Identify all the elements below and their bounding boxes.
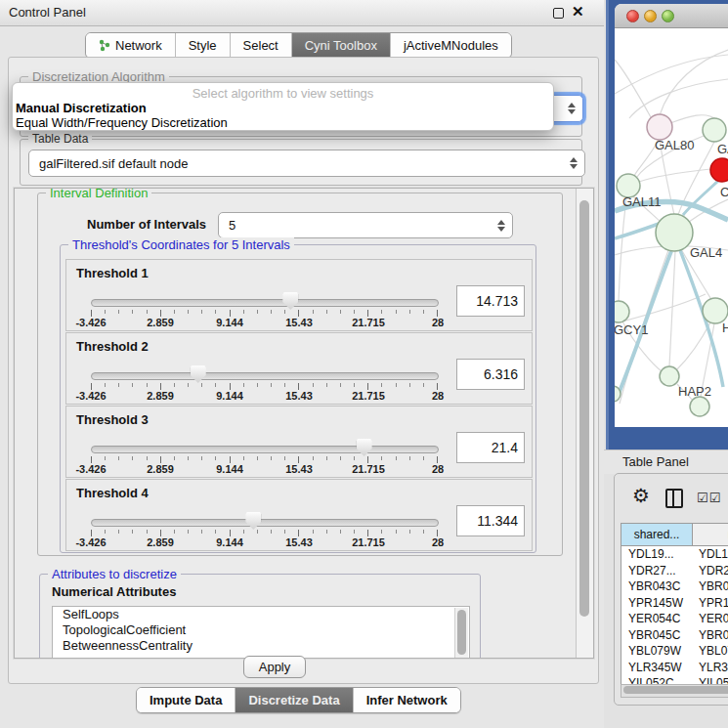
close-traffic-light-icon[interactable] <box>626 10 639 22</box>
network-node-label: GA <box>717 142 728 156</box>
threshold-2-slider-thumb[interactable] <box>191 365 206 383</box>
network-graph[interactable]: GAL80GAGAL11CGAL4GCY1HHAP2 <box>615 28 728 427</box>
panel-title: Control Panel <box>9 5 86 20</box>
column-header-name[interactable]: na <box>693 524 728 545</box>
network-node-label: H <box>722 321 728 335</box>
table-body: YDL19...YDL19YDR27...YDR27YBR043CYBR04YP… <box>621 546 728 685</box>
slider-major-ticks <box>91 383 439 390</box>
tab-style[interactable]: Style <box>176 33 231 58</box>
table-row[interactable]: YPR145WYPR14 <box>621 595 728 612</box>
threshold-2-box: Threshold 2 -3.4262.8599.14415.4321.7152… <box>65 332 533 405</box>
threshold-2-slider-track[interactable] <box>91 372 439 380</box>
threshold-1-slider-track[interactable] <box>91 299 439 307</box>
network-node[interactable] <box>660 366 679 386</box>
scale-tick-label: 2.859 <box>147 317 174 328</box>
tab-cyni-toolbox[interactable]: Cyni Toolbox <box>292 33 391 58</box>
network-nodes-layer: GAL80GAGAL11CGAL4GCY1HHAP2 <box>615 114 728 416</box>
zoom-traffic-light-icon[interactable] <box>662 10 674 22</box>
network-icon <box>99 39 110 52</box>
scale-tick-label: 2.859 <box>147 536 174 548</box>
network-node-label: C <box>720 185 728 199</box>
scale-tick-label: 9.144 <box>216 390 243 402</box>
tab-label: Select <box>243 33 278 58</box>
threshold-2-value-field[interactable]: 6.316 <box>456 359 525 390</box>
table-panel-titlebar: Table Panel <box>604 450 728 474</box>
tab-label: Cyni Toolbox <box>305 33 377 58</box>
tab-select[interactable]: Select <box>231 33 292 58</box>
threshold-1-value-field[interactable]: 14.713 <box>456 285 525 317</box>
attribute-list-scrollbar[interactable] <box>454 608 468 659</box>
network-node[interactable] <box>656 214 693 251</box>
attribute-item[interactable]: TopologicalCoefficient <box>53 622 469 638</box>
control-panel: Control Panel ✕ Network Style Select Cyn… <box>0 0 604 728</box>
minimize-traffic-light-icon[interactable] <box>644 10 657 22</box>
tab-impute-data[interactable]: Impute Data <box>137 688 236 712</box>
network-node[interactable] <box>615 301 629 322</box>
checkboxes-icon[interactable]: ☑☑ <box>697 491 721 505</box>
table-data-group-label: Table Data <box>28 132 92 146</box>
threshold-4-slider-track[interactable] <box>91 519 439 527</box>
threshold-3-value-field[interactable]: 21.4 <box>456 432 525 463</box>
attribute-item[interactable]: SelfLoops <box>53 607 469 622</box>
table-row[interactable]: YER054CYER05 <box>621 611 728 627</box>
threshold-1-slider-thumb[interactable] <box>282 292 298 310</box>
threshold-4-slider-thumb[interactable] <box>245 512 261 530</box>
table-row[interactable]: YBR045CYBR04 <box>621 627 728 644</box>
network-window-titlebar[interactable] <box>615 4 728 28</box>
scale-tick-label: -3.426 <box>75 317 106 328</box>
table-cell: YBR04 <box>693 579 728 593</box>
scale-tick-label: 15.43 <box>285 390 313 402</box>
network-thick-edges <box>615 181 728 394</box>
float-window-icon[interactable] <box>553 8 564 19</box>
apply-button[interactable]: Apply <box>243 656 306 678</box>
network-node[interactable] <box>647 114 672 140</box>
tab-discretize-data[interactable]: Discretize Data <box>236 688 353 712</box>
threshold-label: Threshold 1 <box>76 266 149 280</box>
threshold-3-slider-thumb[interactable] <box>357 439 372 456</box>
table-row[interactable]: YDL19...YDL19 <box>621 546 728 563</box>
combo-stepper-icon <box>568 103 576 114</box>
scale-tick-label: 21.715 <box>352 317 385 328</box>
scale-tick-label: 28 <box>432 463 444 475</box>
attribute-item[interactable]: BetweennessCentrality <box>53 638 469 654</box>
scrollbar-thumb[interactable] <box>623 686 728 694</box>
tab-jactivemnodules[interactable]: jActiveMNodules <box>391 33 511 58</box>
column-header-shared-name[interactable]: shared... <box>621 524 693 545</box>
gear-icon[interactable]: ⚙ <box>632 486 650 505</box>
settings-scrollbar[interactable] <box>576 189 593 658</box>
threshold-4-value-field[interactable]: 11.344 <box>456 505 525 536</box>
tab-infer-network[interactable]: Infer Network <box>354 688 460 712</box>
network-canvas[interactable]: GAL80GAGAL11CGAL4GCY1HHAP2 <box>615 28 728 427</box>
control-panel-titlebar: Control Panel ✕ <box>0 0 604 26</box>
scale-tick-label: 21.715 <box>352 536 385 548</box>
table-row[interactable]: YBR043CYBR04 <box>621 578 728 595</box>
threshold-label: Threshold 2 <box>76 339 149 354</box>
network-node[interactable] <box>690 397 709 416</box>
scale-tick-label: -3.426 <box>75 390 106 402</box>
table-row[interactable]: YLR345WYLR34 <box>621 660 728 676</box>
network-node[interactable] <box>703 118 726 142</box>
table-row[interactable]: YDR27...YDR27 <box>621 563 728 579</box>
tab-network[interactable]: Network <box>86 33 176 58</box>
scale-tick-label: 2.859 <box>147 390 174 402</box>
slider-major-ticks <box>91 456 439 463</box>
close-icon[interactable]: ✕ <box>572 3 584 21</box>
network-node-label: GCY1 <box>615 322 648 337</box>
scrollbar-thumb[interactable] <box>457 610 466 655</box>
table-cell: YER05 <box>693 612 728 625</box>
network-node[interactable] <box>710 158 728 182</box>
scale-tick-label: 9.144 <box>216 463 243 475</box>
threshold-3-slider-track[interactable] <box>91 446 439 453</box>
numerical-attributes-list[interactable]: SelfLoops TopologicalCoefficient Between… <box>52 606 470 659</box>
table-cell: YER054C <box>621 612 693 625</box>
table-row[interactable]: YBL079WYBL07 <box>621 643 728 660</box>
columns-icon[interactable] <box>665 489 683 508</box>
threshold-4-box: Threshold 4 -3.4262.8599.14415.4321.7152… <box>65 479 533 551</box>
algorithm-dropdown-popup: Select algorithm to view settings Manual… <box>12 82 554 131</box>
dropdown-option-equal-width-frequency[interactable]: Equal Width/Frequency Discretization <box>16 115 549 130</box>
number-of-intervals-combobox[interactable]: 5 <box>218 212 513 238</box>
table-data-combobox[interactable]: galFiltered.sif default node <box>28 150 585 177</box>
dropdown-option-manual-discretization[interactable]: Manual Discretization <box>16 101 549 115</box>
scrollbar-thumb[interactable] <box>579 200 589 617</box>
table-horizontal-scrollbar[interactable] <box>621 684 728 698</box>
